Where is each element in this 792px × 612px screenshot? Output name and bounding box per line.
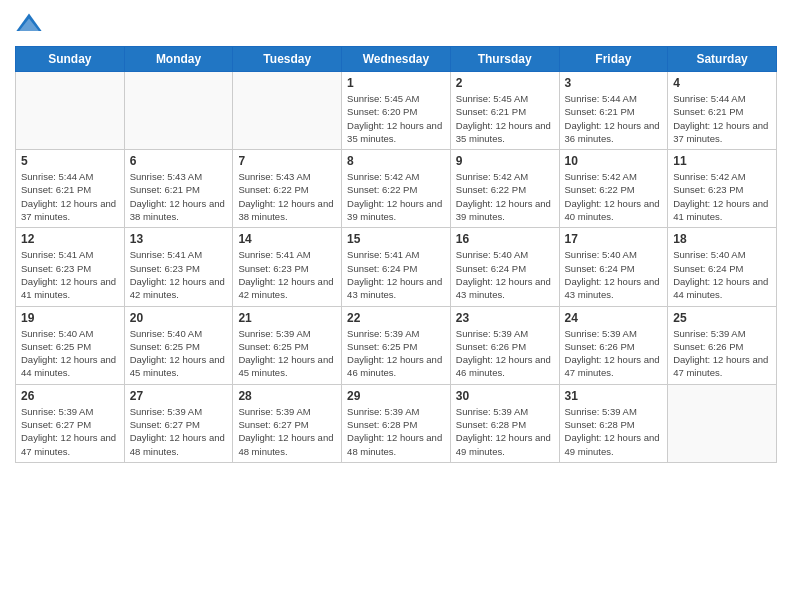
calendar-cell: 17Sunrise: 5:40 AM Sunset: 6:24 PM Dayli… — [559, 228, 668, 306]
calendar-header-row: SundayMondayTuesdayWednesdayThursdayFrid… — [16, 47, 777, 72]
calendar-table: SundayMondayTuesdayWednesdayThursdayFrid… — [15, 46, 777, 463]
day-number: 20 — [130, 311, 228, 325]
day-info: Sunrise: 5:39 AM Sunset: 6:27 PM Dayligh… — [130, 405, 228, 458]
day-number: 16 — [456, 232, 554, 246]
calendar-cell: 13Sunrise: 5:41 AM Sunset: 6:23 PM Dayli… — [124, 228, 233, 306]
calendar-cell: 27Sunrise: 5:39 AM Sunset: 6:27 PM Dayli… — [124, 384, 233, 462]
calendar-header-friday: Friday — [559, 47, 668, 72]
calendar-cell: 25Sunrise: 5:39 AM Sunset: 6:26 PM Dayli… — [668, 306, 777, 384]
day-info: Sunrise: 5:40 AM Sunset: 6:25 PM Dayligh… — [21, 327, 119, 380]
day-info: Sunrise: 5:40 AM Sunset: 6:25 PM Dayligh… — [130, 327, 228, 380]
day-info: Sunrise: 5:41 AM Sunset: 6:23 PM Dayligh… — [238, 248, 336, 301]
calendar-cell: 9Sunrise: 5:42 AM Sunset: 6:22 PM Daylig… — [450, 150, 559, 228]
day-info: Sunrise: 5:41 AM Sunset: 6:23 PM Dayligh… — [21, 248, 119, 301]
day-number: 22 — [347, 311, 445, 325]
day-info: Sunrise: 5:43 AM Sunset: 6:22 PM Dayligh… — [238, 170, 336, 223]
calendar-cell — [124, 72, 233, 150]
day-number: 6 — [130, 154, 228, 168]
logo-icon — [15, 10, 43, 38]
calendar-cell: 21Sunrise: 5:39 AM Sunset: 6:25 PM Dayli… — [233, 306, 342, 384]
day-info: Sunrise: 5:39 AM Sunset: 6:25 PM Dayligh… — [347, 327, 445, 380]
calendar-cell: 20Sunrise: 5:40 AM Sunset: 6:25 PM Dayli… — [124, 306, 233, 384]
calendar-cell — [668, 384, 777, 462]
day-number: 10 — [565, 154, 663, 168]
calendar-header-monday: Monday — [124, 47, 233, 72]
day-info: Sunrise: 5:39 AM Sunset: 6:28 PM Dayligh… — [456, 405, 554, 458]
calendar-week-1: 5Sunrise: 5:44 AM Sunset: 6:21 PM Daylig… — [16, 150, 777, 228]
calendar-cell: 22Sunrise: 5:39 AM Sunset: 6:25 PM Dayli… — [342, 306, 451, 384]
calendar-week-4: 26Sunrise: 5:39 AM Sunset: 6:27 PM Dayli… — [16, 384, 777, 462]
day-info: Sunrise: 5:43 AM Sunset: 6:21 PM Dayligh… — [130, 170, 228, 223]
day-info: Sunrise: 5:44 AM Sunset: 6:21 PM Dayligh… — [673, 92, 771, 145]
day-info: Sunrise: 5:39 AM Sunset: 6:27 PM Dayligh… — [21, 405, 119, 458]
calendar-cell: 30Sunrise: 5:39 AM Sunset: 6:28 PM Dayli… — [450, 384, 559, 462]
day-number: 31 — [565, 389, 663, 403]
day-number: 12 — [21, 232, 119, 246]
day-info: Sunrise: 5:39 AM Sunset: 6:26 PM Dayligh… — [565, 327, 663, 380]
day-number: 2 — [456, 76, 554, 90]
calendar-week-2: 12Sunrise: 5:41 AM Sunset: 6:23 PM Dayli… — [16, 228, 777, 306]
day-info: Sunrise: 5:44 AM Sunset: 6:21 PM Dayligh… — [565, 92, 663, 145]
day-info: Sunrise: 5:45 AM Sunset: 6:21 PM Dayligh… — [456, 92, 554, 145]
calendar-cell: 8Sunrise: 5:42 AM Sunset: 6:22 PM Daylig… — [342, 150, 451, 228]
day-number: 19 — [21, 311, 119, 325]
calendar-cell: 19Sunrise: 5:40 AM Sunset: 6:25 PM Dayli… — [16, 306, 125, 384]
day-number: 13 — [130, 232, 228, 246]
day-number: 9 — [456, 154, 554, 168]
day-number: 4 — [673, 76, 771, 90]
calendar-week-0: 1Sunrise: 5:45 AM Sunset: 6:20 PM Daylig… — [16, 72, 777, 150]
calendar-cell: 11Sunrise: 5:42 AM Sunset: 6:23 PM Dayli… — [668, 150, 777, 228]
day-info: Sunrise: 5:42 AM Sunset: 6:22 PM Dayligh… — [565, 170, 663, 223]
day-number: 11 — [673, 154, 771, 168]
calendar-header-saturday: Saturday — [668, 47, 777, 72]
calendar-cell: 3Sunrise: 5:44 AM Sunset: 6:21 PM Daylig… — [559, 72, 668, 150]
day-number: 15 — [347, 232, 445, 246]
calendar-cell: 1Sunrise: 5:45 AM Sunset: 6:20 PM Daylig… — [342, 72, 451, 150]
day-number: 5 — [21, 154, 119, 168]
calendar-cell: 10Sunrise: 5:42 AM Sunset: 6:22 PM Dayli… — [559, 150, 668, 228]
calendar-cell: 15Sunrise: 5:41 AM Sunset: 6:24 PM Dayli… — [342, 228, 451, 306]
calendar-header-thursday: Thursday — [450, 47, 559, 72]
day-number: 30 — [456, 389, 554, 403]
day-info: Sunrise: 5:39 AM Sunset: 6:26 PM Dayligh… — [456, 327, 554, 380]
calendar-cell: 28Sunrise: 5:39 AM Sunset: 6:27 PM Dayli… — [233, 384, 342, 462]
day-info: Sunrise: 5:42 AM Sunset: 6:22 PM Dayligh… — [347, 170, 445, 223]
day-info: Sunrise: 5:41 AM Sunset: 6:24 PM Dayligh… — [347, 248, 445, 301]
day-info: Sunrise: 5:40 AM Sunset: 6:24 PM Dayligh… — [565, 248, 663, 301]
day-number: 7 — [238, 154, 336, 168]
day-number: 21 — [238, 311, 336, 325]
day-number: 26 — [21, 389, 119, 403]
calendar-cell: 4Sunrise: 5:44 AM Sunset: 6:21 PM Daylig… — [668, 72, 777, 150]
day-info: Sunrise: 5:40 AM Sunset: 6:24 PM Dayligh… — [673, 248, 771, 301]
day-number: 1 — [347, 76, 445, 90]
day-number: 25 — [673, 311, 771, 325]
page: SundayMondayTuesdayWednesdayThursdayFrid… — [0, 0, 792, 612]
header — [15, 10, 777, 38]
day-number: 23 — [456, 311, 554, 325]
calendar-header-wednesday: Wednesday — [342, 47, 451, 72]
calendar-cell: 24Sunrise: 5:39 AM Sunset: 6:26 PM Dayli… — [559, 306, 668, 384]
calendar-header-tuesday: Tuesday — [233, 47, 342, 72]
day-info: Sunrise: 5:39 AM Sunset: 6:25 PM Dayligh… — [238, 327, 336, 380]
calendar-cell: 2Sunrise: 5:45 AM Sunset: 6:21 PM Daylig… — [450, 72, 559, 150]
day-info: Sunrise: 5:39 AM Sunset: 6:27 PM Dayligh… — [238, 405, 336, 458]
calendar-cell: 5Sunrise: 5:44 AM Sunset: 6:21 PM Daylig… — [16, 150, 125, 228]
day-info: Sunrise: 5:41 AM Sunset: 6:23 PM Dayligh… — [130, 248, 228, 301]
day-info: Sunrise: 5:44 AM Sunset: 6:21 PM Dayligh… — [21, 170, 119, 223]
day-number: 3 — [565, 76, 663, 90]
calendar-cell — [16, 72, 125, 150]
calendar-cell: 23Sunrise: 5:39 AM Sunset: 6:26 PM Dayli… — [450, 306, 559, 384]
day-info: Sunrise: 5:39 AM Sunset: 6:26 PM Dayligh… — [673, 327, 771, 380]
calendar-cell: 12Sunrise: 5:41 AM Sunset: 6:23 PM Dayli… — [16, 228, 125, 306]
day-info: Sunrise: 5:42 AM Sunset: 6:22 PM Dayligh… — [456, 170, 554, 223]
day-number: 28 — [238, 389, 336, 403]
logo — [15, 10, 47, 38]
calendar-cell: 6Sunrise: 5:43 AM Sunset: 6:21 PM Daylig… — [124, 150, 233, 228]
day-number: 18 — [673, 232, 771, 246]
day-info: Sunrise: 5:39 AM Sunset: 6:28 PM Dayligh… — [565, 405, 663, 458]
calendar-cell: 16Sunrise: 5:40 AM Sunset: 6:24 PM Dayli… — [450, 228, 559, 306]
calendar-week-3: 19Sunrise: 5:40 AM Sunset: 6:25 PM Dayli… — [16, 306, 777, 384]
day-number: 14 — [238, 232, 336, 246]
calendar-cell: 29Sunrise: 5:39 AM Sunset: 6:28 PM Dayli… — [342, 384, 451, 462]
calendar-cell — [233, 72, 342, 150]
